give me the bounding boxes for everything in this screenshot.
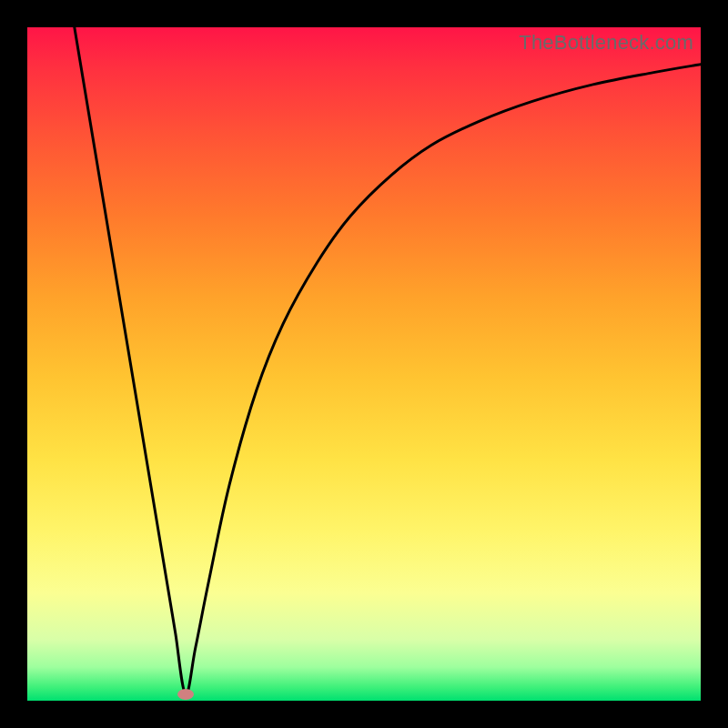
minimum-marker: [177, 689, 194, 700]
bottleneck-curve-path: [75, 27, 701, 694]
plot-area: TheBottleneck.com: [27, 27, 701, 701]
curve-svg: [27, 27, 701, 701]
chart-frame: TheBottleneck.com: [0, 0, 728, 728]
